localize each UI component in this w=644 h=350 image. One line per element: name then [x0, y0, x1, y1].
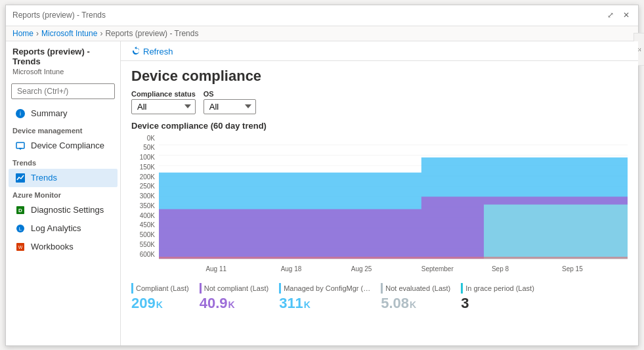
- compliance-filter-label: Compliance status: [131, 90, 196, 98]
- sidebar-section-azure: Azure Monitor: [6, 187, 120, 201]
- legend-label-text: Not compliant (Last): [204, 284, 268, 292]
- legend-value-compliant: 209K: [131, 295, 189, 312]
- svg-marker-24: [484, 204, 628, 259]
- sidebar-item-label: Workbooks: [31, 242, 74, 252]
- sidebar-item-label: Trends: [31, 173, 57, 183]
- sidebar-subtitle: Microsoft Intune: [6, 68, 120, 81]
- sidebar: Reports (preview) - Trends Microsoft Int…: [6, 41, 121, 345]
- breadcrumb-current: Reports (preview) - Trends: [105, 29, 198, 38]
- x-label-sep: September: [421, 265, 454, 273]
- main-area: Reports (preview) - Trends Microsoft Int…: [6, 41, 638, 345]
- legend-color-grace: [461, 283, 463, 294]
- chart-plot: [159, 135, 628, 259]
- sidebar-item-label: Log Analytics: [31, 223, 81, 233]
- x-label-aug25: Aug 25: [351, 265, 372, 273]
- legend-not-compliant: Not compliant (Last) 40.9K: [200, 283, 268, 312]
- sidebar-item-trends[interactable]: Trends: [9, 169, 118, 187]
- sidebar-item-label: Device Compliance: [31, 141, 104, 150]
- sidebar-item-label: Summary: [31, 108, 68, 118]
- breadcrumb-sep2: ›: [100, 29, 102, 38]
- breadcrumb-home[interactable]: Home: [12, 29, 33, 38]
- legend-managed: Managed by ConfigMgr (… 311K: [279, 283, 370, 312]
- refresh-button[interactable]: Refresh: [131, 47, 173, 56]
- legend-label-text: In grace period (Last): [465, 284, 534, 292]
- sidebar-item-label: Diagnostic Settings: [31, 205, 104, 215]
- legend-color-compliant: [131, 283, 133, 294]
- svg-marker-25: [159, 257, 628, 259]
- legend-label-text: Compliant (Last): [136, 284, 189, 292]
- legend-color-not-compliant: [200, 283, 202, 294]
- sidebar-section-device-management: Device management: [6, 123, 120, 137]
- legend-color-not-evaluated: [381, 283, 383, 294]
- compliance-filter-select[interactable]: All: [131, 99, 196, 114]
- chart-section: Device compliance (60 day trend) 600K 55…: [121, 121, 638, 278]
- diagnostic-icon: D: [15, 205, 26, 215]
- chart-container: 600K 550K 500K 450K 400K 350K 300K 250K …: [131, 135, 628, 273]
- svg-rect-0: [16, 142, 24, 148]
- chart-svg: [159, 135, 628, 259]
- legend-label-text: Not evaluated (Last): [385, 284, 450, 292]
- legend-label-text: Managed by ConfigMgr (…: [284, 284, 370, 292]
- filters-row: Compliance status All OS All: [121, 90, 638, 121]
- chart-x-axis: Aug 11 Aug 18 Aug 25 September Sep 8 Sep…: [159, 259, 628, 273]
- expand-button[interactable]: ⤢: [605, 10, 616, 20]
- content-area: Refresh Device compliance Compliance sta…: [121, 41, 638, 345]
- svg-text:W: W: [18, 245, 23, 250]
- legend-grace-period: In grace period (Last) 3: [461, 283, 534, 312]
- breadcrumb-sep1: ›: [36, 29, 39, 38]
- info-icon: i: [15, 108, 26, 119]
- content-header: Refresh: [121, 41, 638, 61]
- chart-title: Device compliance (60 day trend): [131, 121, 628, 131]
- breadcrumb: Home › Microsoft Intune › Reports (previ…: [6, 26, 638, 41]
- sidebar-item-device-compliance[interactable]: Device Compliance: [9, 137, 118, 155]
- window-controls: ⤢ ✕: [605, 10, 632, 20]
- close-button[interactable]: ✕: [621, 10, 632, 20]
- sidebar-section-trends: Trends: [6, 155, 120, 169]
- x-label-sep15: Sep 15: [562, 265, 583, 273]
- title-bar-left: Reports (preview) - Trends: [12, 11, 106, 20]
- legend-value-not-evaluated: 5.08K: [381, 295, 450, 312]
- os-filter-select[interactable]: All: [204, 99, 256, 114]
- legend-compliant: Compliant (Last) 209K: [131, 283, 189, 312]
- legend-value-managed: 311K: [279, 295, 370, 312]
- x-label-aug18: Aug 18: [281, 265, 302, 273]
- legend-color-managed: [279, 283, 281, 294]
- sidebar-page-title: Reports (preview) - Trends: [6, 41, 120, 68]
- sidebar-item-diagnostic[interactable]: D Diagnostic Settings: [9, 201, 118, 219]
- os-filter: OS All: [204, 90, 256, 114]
- svg-text:L: L: [19, 226, 22, 232]
- title-bar: Reports (preview) - Trends ⤢ ✕: [6, 5, 638, 26]
- compliance-filter: Compliance status All: [131, 90, 196, 114]
- chart-y-axis: 600K 550K 500K 450K 400K 350K 300K 250K …: [131, 135, 158, 259]
- legend-value-grace: 3: [461, 295, 534, 312]
- device-icon: [15, 141, 26, 151]
- window-title: Reports (preview) - Trends: [12, 11, 106, 20]
- page-title: Device compliance: [121, 61, 638, 90]
- legend-not-evaluated: Not evaluated (Last) 5.08K: [381, 283, 450, 312]
- legend-row: Compliant (Last) 209K Not compliant (Las…: [121, 278, 638, 315]
- trends-icon: [15, 173, 26, 183]
- main-window: Reports (preview) - Trends ⤢ ✕ Home › Mi…: [5, 5, 639, 346]
- sidebar-item-summary[interactable]: i Summary: [9, 104, 118, 123]
- breadcrumb-intune[interactable]: Microsoft Intune: [41, 29, 97, 38]
- sidebar-item-log-analytics[interactable]: L Log Analytics: [9, 219, 118, 238]
- x-label-aug11: Aug 11: [205, 265, 226, 273]
- log-icon: L: [15, 223, 26, 234]
- search-input[interactable]: [11, 83, 115, 99]
- os-filter-label: OS: [204, 90, 256, 98]
- legend-value-not-compliant: 40.9K: [200, 295, 268, 312]
- sidebar-item-workbooks[interactable]: W Workbooks: [9, 238, 118, 256]
- svg-text:D: D: [18, 208, 22, 213]
- x-label-sep8: Sep 8: [492, 265, 509, 273]
- refresh-icon: [131, 47, 140, 56]
- workbooks-icon: W: [15, 242, 26, 252]
